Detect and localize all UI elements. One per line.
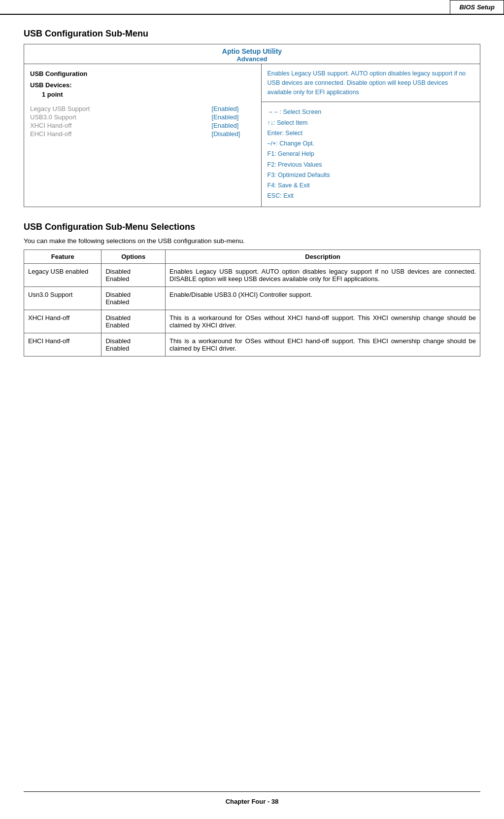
- bios-left-panel: USB Configuration USB Devices: 1 point L…: [24, 64, 262, 207]
- table-row: XHCI Hand-offDisabledEnabledThis is a wo…: [24, 310, 480, 333]
- bios-body-row: USB Configuration USB Devices: 1 point L…: [24, 64, 480, 207]
- bios-item-value: [Disabled]: [212, 130, 256, 138]
- col-description: Description: [166, 249, 480, 263]
- bios-item-value: [Enabled]: [212, 113, 256, 121]
- description-cell: This is a workaround for OSes without XH…: [166, 310, 480, 333]
- options-cell: DisabledEnabled: [101, 310, 166, 333]
- section2-title: USB Configuration Sub-Menu Selections: [24, 222, 480, 232]
- bios-nav-line: F1: General Help: [268, 149, 474, 159]
- bios-item-row: USB3.0 Support[Enabled]: [30, 113, 256, 121]
- bios-menu-title: USB Configuration: [30, 70, 256, 77]
- description-cell: Enable/Disable USB3.0 (XHCI) Controller …: [166, 286, 480, 310]
- bios-item-label: Legacy USB Support: [30, 105, 90, 112]
- bios-items-list: Legacy USB Support[Enabled]USB3.0 Suppor…: [30, 105, 256, 138]
- bios-nav-line: →←: Select Screen: [268, 107, 474, 117]
- bios-item-label: EHCI Hand-off: [30, 130, 71, 138]
- bios-right-top: Enables Legacy USB support. AUTO option …: [262, 64, 480, 102]
- table-row: Usn3.0 SupportDisabledEnabledEnable/Disa…: [24, 286, 480, 310]
- col-feature: Feature: [24, 249, 101, 263]
- bios-right-top-text: Enables Legacy USB support. AUTO option …: [268, 70, 466, 96]
- bios-item-label: XHCI Hand-off: [30, 122, 71, 129]
- bios-item-row: XHCI Hand-off[Enabled]: [30, 122, 256, 129]
- selections-tbody: Legacy USB enabledDisabledEnabledEnables…: [24, 263, 480, 356]
- table-row: EHCI Hand-offDisabledEnabledThis is a wo…: [24, 333, 480, 356]
- feature-cell: XHCI Hand-off: [24, 310, 101, 333]
- table-header-row: Feature Options Description: [24, 249, 480, 263]
- bios-item-value: [Enabled]: [212, 122, 256, 129]
- feature-cell: Legacy USB enabled: [24, 263, 101, 286]
- bios-header-row: Aptio Setup Utility Advanced: [24, 44, 480, 64]
- bios-setup-tab: BIOS Setup: [450, 0, 504, 14]
- section1-title: USB Configuration Sub-Menu: [24, 29, 480, 39]
- col-options: Options: [101, 249, 166, 263]
- options-cell: DisabledEnabled: [101, 333, 166, 356]
- bios-nav-line: ESC: Exit: [268, 191, 474, 201]
- selections-table: Feature Options Description Legacy USB e…: [24, 249, 480, 356]
- bios-item-row: EHCI Hand-off[Disabled]: [30, 130, 256, 138]
- bios-nav-line: F3: Optimized Defaults: [268, 170, 474, 180]
- bios-right-bottom: →←: Select Screen↑↓: Select ItemEnter: S…: [262, 102, 480, 206]
- bios-item-row: Legacy USB Support[Enabled]: [30, 105, 256, 112]
- bios-nav-line: ↑↓: Select Item: [268, 118, 474, 128]
- bios-devices-label: USB Devices:: [30, 81, 256, 89]
- bios-nav-line: F4: Save & Exit: [268, 180, 474, 191]
- footer-text: Chapter Four - 38: [0, 798, 504, 805]
- bios-devices-detail: 1 point: [42, 91, 256, 98]
- footer-line: [24, 791, 480, 792]
- feature-cell: EHCI Hand-off: [24, 333, 101, 356]
- section2-subtitle: You can make the following selections on…: [24, 237, 480, 245]
- bios-nav-line: –/+: Change Opt.: [268, 139, 474, 149]
- bios-nav-line: Enter: Select: [268, 128, 474, 139]
- bios-ui-table: Aptio Setup Utility Advanced USB Configu…: [24, 44, 480, 207]
- options-cell: DisabledEnabled: [101, 263, 166, 286]
- bios-item-label: USB3.0 Support: [30, 113, 76, 121]
- bios-utility-title: Aptio Setup Utility: [26, 47, 478, 55]
- description-cell: Enables Legacy USB support. AUTO option …: [166, 263, 480, 286]
- description-cell: This is a workaround for OSes without EH…: [166, 333, 480, 356]
- feature-cell: Usn3.0 Support: [24, 286, 101, 310]
- options-cell: DisabledEnabled: [101, 286, 166, 310]
- header-tab-label: BIOS Setup: [459, 3, 495, 11]
- bios-right-panel: Enables Legacy USB support. AUTO option …: [261, 64, 480, 207]
- table-row: Legacy USB enabledDisabledEnabledEnables…: [24, 263, 480, 286]
- bios-item-value: [Enabled]: [212, 105, 256, 112]
- bios-menu-label: Advanced: [26, 55, 478, 63]
- bios-nav-line: F2: Previous Values: [268, 160, 474, 170]
